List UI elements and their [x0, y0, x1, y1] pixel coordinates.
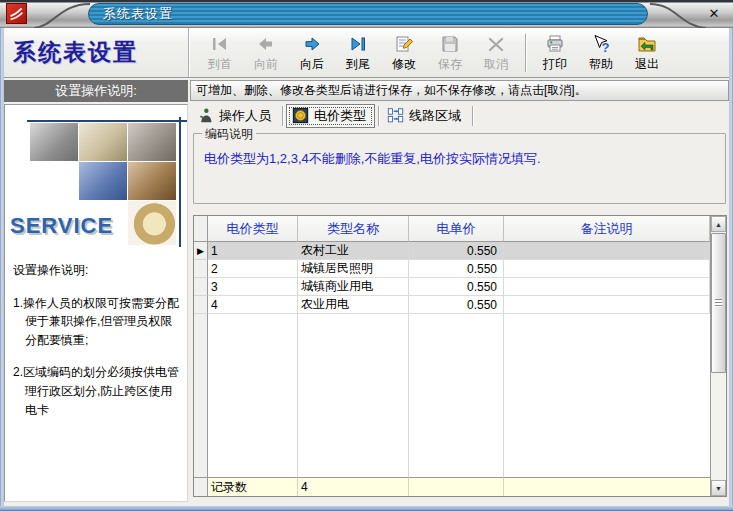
- print-button[interactable]: 打印: [532, 31, 578, 75]
- filler-cell: [409, 314, 504, 477]
- photo-tool: [30, 123, 78, 161]
- code-description-groupbox: 编码说明 电价类型为1,2,3,4不能删除,不能重复,电价按实际情况填写.: [193, 133, 726, 204]
- selector-header-cell: [194, 216, 208, 242]
- cell-note[interactable]: [504, 242, 710, 260]
- cell-note[interactable]: [504, 260, 710, 278]
- scroll-up-button[interactable]: ▲: [711, 216, 726, 232]
- save-button: 保存: [427, 31, 473, 75]
- next-button[interactable]: 向后: [289, 31, 335, 75]
- groupbox-text: 电价类型为1,2,3,4不能删除,不能重复,电价按实际情况填写.: [204, 150, 725, 168]
- row-selector[interactable]: ▶: [194, 242, 208, 260]
- close-button[interactable]: ✕: [705, 6, 723, 22]
- titlebar-pill: 系统表设置: [88, 3, 648, 25]
- col-header-type: 电价类型: [208, 216, 298, 242]
- coin-icon: [292, 107, 309, 124]
- window-frame-right: [729, 28, 733, 511]
- titlebar-swoosh-left: [32, 2, 92, 28]
- col-header-note: 备注说明: [504, 216, 710, 242]
- next-record-icon: [300, 33, 324, 55]
- print-icon: [543, 33, 567, 55]
- app-logo-icon: [6, 3, 27, 24]
- tab-price-types[interactable]: 电价类型: [286, 104, 375, 128]
- sidebar-instructions: 设置操作说明: 1.操作人员的权限可按需要分配便于兼职操作,但管理员权限分配要慎…: [5, 255, 187, 419]
- record-count-value: 4: [298, 477, 409, 496]
- edit-button[interactable]: 修改: [381, 31, 427, 75]
- service-collage: SERVICE: [5, 105, 187, 255]
- cell-name[interactable]: 农村工业: [298, 242, 409, 260]
- cell-type[interactable]: 3: [208, 278, 298, 296]
- cancel-button: 取消: [473, 31, 519, 75]
- cell-note[interactable]: [504, 296, 710, 314]
- service-text: SERVICE: [10, 213, 113, 239]
- cell-type[interactable]: 2: [208, 260, 298, 278]
- tab-operators[interactable]: 操作人员: [192, 104, 279, 128]
- pages-arrow-icon: [387, 107, 404, 124]
- person-icon: [197, 107, 214, 124]
- titlebar-swoosh-right: [648, 2, 708, 28]
- filler-cell: [194, 314, 208, 477]
- cell-price[interactable]: 0.550: [409, 242, 504, 260]
- photo-keyboard: [79, 162, 127, 200]
- instruction-item: 2.区域编码的划分必须按供电管理行政区划分,防止跨区使用电卡: [13, 363, 181, 419]
- cell-note[interactable]: [504, 278, 710, 296]
- last-button[interactable]: 到尾: [335, 31, 381, 75]
- first-button: 到首: [197, 31, 243, 75]
- footer-cell: [504, 477, 710, 496]
- cell-name[interactable]: 农业用电: [298, 296, 409, 314]
- cell-price[interactable]: 0.550: [409, 278, 504, 296]
- collage-line-right: [179, 117, 181, 247]
- groupbox-title: 编码说明: [202, 126, 256, 143]
- photo-watch: [128, 201, 176, 245]
- title-bar: 系统表设置 ✕: [0, 0, 733, 28]
- sidebar-panel: SERVICE 设置操作说明: 1.操作人员的权限可按需要分配便于兼职操作,但管…: [4, 104, 188, 502]
- photo-pen: [79, 123, 127, 161]
- toolbar: 系统表设置 到首 向前 向后 到尾: [1, 28, 732, 78]
- scrollbar-thumb[interactable]: [711, 233, 726, 373]
- record-count-label: 记录数: [208, 477, 298, 496]
- edit-icon: [392, 33, 416, 55]
- prev-button: 向前: [243, 31, 289, 75]
- sidebar-header: 设置操作说明:: [4, 80, 188, 102]
- help-button[interactable]: ? 帮助: [578, 31, 624, 75]
- first-record-icon: [208, 33, 232, 55]
- row-selector[interactable]: [194, 296, 208, 314]
- help-icon: ?: [589, 33, 613, 55]
- scroll-down-button[interactable]: ▼: [711, 480, 726, 496]
- exit-icon: [635, 33, 659, 55]
- page-title: 系统表设置: [1, 28, 189, 77]
- tab-line-regions[interactable]: 线路区域: [382, 104, 469, 128]
- cell-price[interactable]: 0.550: [409, 296, 504, 314]
- filler-cell: [504, 314, 710, 477]
- cell-name[interactable]: 城镇商业用电: [298, 278, 409, 296]
- cell-type[interactable]: 4: [208, 296, 298, 314]
- toolbar-buttons: 到首 向前 向后 到尾 修改: [189, 28, 670, 77]
- cell-price[interactable]: 0.550: [409, 260, 504, 278]
- cell-type[interactable]: 1: [208, 242, 298, 260]
- tab-separator: [472, 106, 473, 126]
- exit-button[interactable]: 退出: [624, 31, 670, 75]
- col-header-name: 类型名称: [298, 216, 409, 242]
- instruction-item: 1.操作人员的权限可按需要分配便于兼职操作,但管理员权限分配要慎重;: [13, 294, 181, 350]
- tab-bar: 操作人员 电价类型 线路区域: [192, 103, 729, 128]
- app-window: 系统表设置 ✕ 系统表设置 到首 向前 向后: [0, 0, 733, 511]
- row-selector[interactable]: [194, 278, 208, 296]
- window-frame-left: [0, 28, 4, 511]
- scrollbar-track[interactable]: [711, 373, 726, 480]
- svg-text:?: ?: [602, 40, 610, 54]
- last-record-icon: [346, 33, 370, 55]
- instructions-title: 设置操作说明:: [13, 261, 181, 280]
- col-header-price: 电单价: [409, 216, 504, 242]
- price-type-grid: 电价类型 类型名称 电单价 备注说明 ▶ 1 农村工业 0.550 2 城镇居民…: [193, 215, 727, 497]
- prev-record-icon: [254, 33, 278, 55]
- vertical-scrollbar[interactable]: ▲ ▼: [710, 216, 726, 496]
- notice-bar: 可增加、删除、修改各类型后请进行保存，如不保存修改，请点击[取消]。: [190, 80, 729, 101]
- grid-table: 电价类型 类型名称 电单价 备注说明 ▶ 1 农村工业 0.550 2 城镇居民…: [194, 216, 710, 496]
- cell-name[interactable]: 城镇居民照明: [298, 260, 409, 278]
- filler-cell: [298, 314, 409, 477]
- row-selector[interactable]: [194, 260, 208, 278]
- photo-clips: [128, 123, 176, 161]
- toolbar-separator: [525, 34, 526, 72]
- cancel-icon: [484, 33, 508, 55]
- save-icon: [438, 33, 462, 55]
- tab-separator: [378, 106, 379, 126]
